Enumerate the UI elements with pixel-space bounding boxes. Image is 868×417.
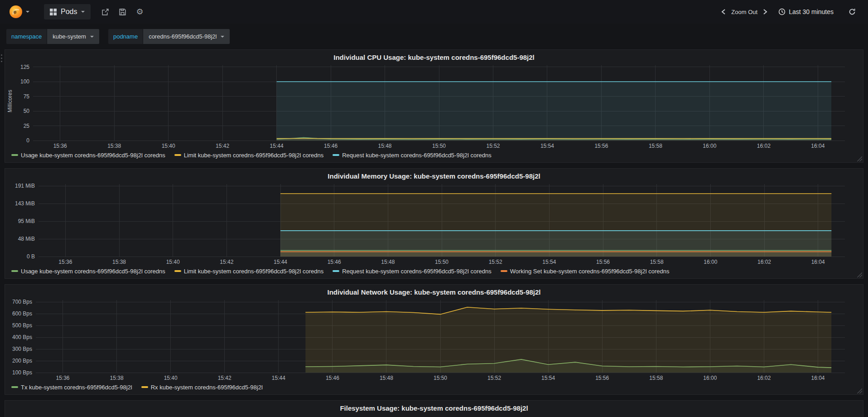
legend-series-name: Rx kube-system coredns-695f96dcd5-98j2l	[151, 384, 263, 391]
dashboard-title: Pods	[61, 8, 77, 16]
svg-text:16:04: 16:04	[811, 259, 825, 265]
svg-text:0 B: 0 B	[27, 253, 35, 260]
cpu-usage-plot-area[interactable]: 15:3615:3815:4015:4215:4415:4615:4815:50…	[5, 63, 863, 150]
chart-canvas: 15:3615:3815:4015:4215:4415:4615:4815:50…	[5, 181, 863, 267]
dashboard-panels: Individual CPU Usage: kube-system coredn…	[0, 49, 868, 417]
variable-namespace-label: namespace	[6, 29, 47, 44]
svg-text:125: 125	[20, 64, 29, 70]
svg-text:15:46: 15:46	[328, 259, 341, 265]
svg-text:200 Bps: 200 Bps	[12, 358, 32, 364]
svg-text:16:02: 16:02	[757, 143, 771, 149]
filesystem-usage-plot-area[interactable]	[5, 413, 863, 417]
panel-resize-handle[interactable]	[856, 272, 862, 277]
panel-resize-handle[interactable]	[856, 388, 862, 393]
legend-item[interactable]: Working Set kube-system coredns-695f96dc…	[501, 268, 670, 275]
legend-item[interactable]: Limit kube-system coredns-695f96dcd5-98j…	[174, 152, 324, 159]
dashboard-picker-button[interactable]: Pods	[44, 4, 91, 19]
legend-series-marker	[501, 270, 507, 272]
chevron-right-icon	[762, 9, 768, 15]
panel-title-network-usage[interactable]: Individual Network Usage: kube-system co…	[5, 285, 863, 297]
variable-podname-select[interactable]: coredns-695f96dcd5-98j2l	[143, 29, 230, 44]
save-button[interactable]	[115, 5, 130, 19]
svg-text:50: 50	[24, 108, 30, 114]
legend-item[interactable]: Request kube-system coredns-695f96dcd5-9…	[333, 268, 492, 275]
settings-button[interactable]: ⚙	[132, 5, 147, 19]
svg-text:100: 100	[20, 78, 29, 85]
svg-text:15:42: 15:42	[216, 143, 229, 149]
panel-title-memory-usage[interactable]: Individual Memory Usage: kube-system cor…	[5, 169, 863, 181]
svg-text:16:04: 16:04	[811, 375, 825, 381]
svg-text:15:44: 15:44	[274, 259, 287, 265]
legend-item[interactable]: Usage kube-system coredns-695f96dcd5-98j…	[11, 268, 165, 275]
svg-text:15:56: 15:56	[596, 259, 610, 265]
svg-text:100 Bps: 100 Bps	[12, 369, 32, 376]
refresh-button[interactable]	[845, 5, 859, 19]
time-shift-forward-button[interactable]	[759, 6, 771, 18]
svg-text:15:36: 15:36	[56, 375, 69, 381]
chevron-left-icon	[721, 9, 726, 15]
svg-text:191 MiB: 191 MiB	[15, 183, 35, 189]
zoom-out-button[interactable]: Zoom Out	[729, 9, 759, 15]
svg-text:300 Bps: 300 Bps	[12, 346, 32, 352]
variable-namespace-value: kube-system	[53, 33, 86, 40]
time-shift-back-button[interactable]	[718, 6, 729, 18]
svg-text:16:00: 16:00	[703, 375, 717, 381]
chart-canvas: 15:3615:3815:4015:4215:4415:4615:4815:50…	[5, 63, 863, 150]
svg-text:15:46: 15:46	[324, 143, 338, 149]
svg-text:16:00: 16:00	[704, 259, 717, 265]
svg-text:15:56: 15:56	[594, 143, 608, 149]
svg-text:143 MiB: 143 MiB	[15, 200, 35, 207]
svg-text:75: 75	[24, 93, 30, 100]
legend-item[interactable]: Limit kube-system coredns-695f96dcd5-98j…	[174, 268, 324, 275]
svg-text:25: 25	[24, 123, 30, 129]
legend-series-name: Working Set kube-system coredns-695f96dc…	[510, 268, 670, 275]
legend-series-marker	[174, 270, 181, 272]
svg-text:15:56: 15:56	[595, 375, 609, 381]
panel-resize-handle[interactable]	[856, 155, 862, 161]
svg-text:48 MiB: 48 MiB	[18, 236, 35, 242]
svg-text:15:54: 15:54	[540, 143, 554, 149]
network-usage-plot-area[interactable]: 15:3615:3815:4015:4215:4415:4615:4815:50…	[5, 297, 863, 383]
memory-usage-plot-area[interactable]: 15:3615:3815:4015:4215:4415:4615:4815:50…	[5, 181, 863, 267]
chevron-down-icon	[90, 36, 94, 38]
legend-item[interactable]: Tx kube-system coredns-695f96dcd5-98j2l	[11, 384, 132, 391]
legend-series-marker	[174, 154, 181, 156]
legend-item[interactable]: Rx kube-system coredns-695f96dcd5-98j2l	[141, 384, 263, 391]
svg-text:15:36: 15:36	[53, 143, 67, 149]
svg-text:15:44: 15:44	[272, 375, 285, 381]
svg-text:500 Bps: 500 Bps	[12, 322, 32, 329]
svg-text:15:54: 15:54	[542, 259, 556, 265]
legend-item[interactable]: Usage kube-system coredns-695f96dcd5-98j…	[11, 152, 165, 159]
panel-title-cpu-usage[interactable]: Individual CPU Usage: kube-system coredn…	[5, 50, 863, 63]
time-range-button[interactable]: Last 30 minutes	[778, 8, 834, 15]
svg-text:16:02: 16:02	[757, 259, 771, 265]
svg-text:15:52: 15:52	[487, 375, 501, 381]
panel-filesystem-usage: Filesystem Usage: kube-system coredns-69…	[5, 400, 863, 417]
svg-text:400 Bps: 400 Bps	[12, 334, 32, 340]
svg-text:15:54: 15:54	[541, 375, 555, 381]
row-drag-handle[interactable]	[1, 54, 2, 62]
panel-memory-usage: Individual Memory Usage: kube-system cor…	[5, 168, 863, 279]
dashboard-submenu: namespace kube-system podname coredns-69…	[0, 24, 868, 49]
grafana-menu-button[interactable]	[6, 3, 32, 20]
network-usage-legend: Tx kube-system coredns-695f96dcd5-98j2lR…	[5, 383, 863, 394]
time-range-label: Last 30 minutes	[789, 8, 834, 15]
navbar: Pods ⚙ Zoom Out	[0, 0, 868, 24]
navbar-time-controls: Zoom Out Last 30 minutes	[718, 5, 862, 19]
svg-text:15:38: 15:38	[110, 375, 124, 381]
clock-icon	[778, 8, 786, 15]
dashboard-grid-icon	[50, 9, 57, 15]
svg-text:15:58: 15:58	[650, 259, 664, 265]
variable-podname-label: podname	[108, 29, 143, 44]
legend-item[interactable]: Request kube-system coredns-695f96dcd5-9…	[333, 152, 492, 159]
svg-text:15:40: 15:40	[162, 143, 175, 149]
svg-text:15:52: 15:52	[486, 143, 500, 149]
svg-text:16:02: 16:02	[757, 375, 771, 381]
legend-series-name: Limit kube-system coredns-695f96dcd5-98j…	[184, 268, 324, 275]
svg-text:15:40: 15:40	[166, 259, 180, 265]
variable-namespace-select[interactable]: kube-system	[47, 29, 99, 44]
svg-text:95 MiB: 95 MiB	[18, 218, 35, 224]
panel-title-filesystem-usage[interactable]: Filesystem Usage: kube-system coredns-69…	[5, 401, 863, 413]
grafana-logo-icon	[9, 5, 23, 19]
share-button[interactable]	[98, 5, 112, 19]
